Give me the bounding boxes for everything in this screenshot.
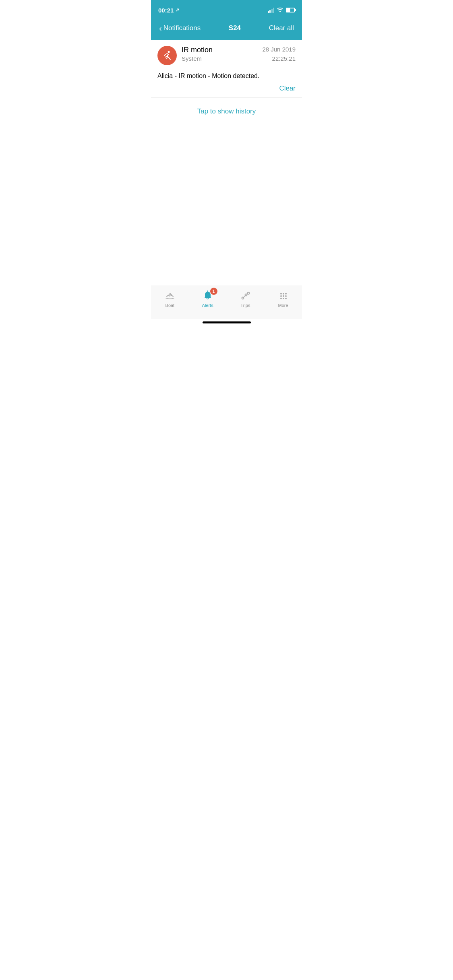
- wifi-icon: [277, 7, 283, 13]
- location-icon: ↗: [175, 7, 179, 13]
- svg-point-14: [285, 298, 287, 299]
- signal-icon: [268, 8, 275, 13]
- trips-icon: [240, 290, 251, 301]
- content-area: IR motion 28 Jun 2019 System 22:25:21 Al…: [151, 40, 302, 286]
- tab-alerts[interactable]: 1 Alerts: [189, 290, 227, 308]
- notification-time: 22:25:21: [272, 55, 296, 62]
- svg-point-0: [279, 11, 281, 12]
- tap-history-button[interactable]: Tap to show history: [197, 107, 256, 115]
- alerts-icon-wrap: 1: [202, 290, 213, 301]
- svg-point-1: [168, 51, 170, 53]
- tab-boat-label: Boat: [165, 303, 175, 308]
- more-icon-wrap: [277, 290, 289, 301]
- notification-icon: [157, 46, 177, 65]
- svg-point-11: [285, 295, 287, 297]
- home-indicator-bar: [203, 321, 251, 323]
- notification-subtitle-row: System 22:25:21: [182, 55, 296, 62]
- svg-point-10: [283, 295, 284, 297]
- svg-point-9: [280, 295, 282, 297]
- svg-point-12: [280, 298, 282, 299]
- notification-name: IR motion: [182, 46, 213, 54]
- tab-bar: Boat 1 Alerts Trips: [151, 286, 302, 319]
- nav-bar: ‹ Notifications S24 Clear all: [151, 18, 302, 40]
- svg-point-7: [283, 293, 284, 294]
- svg-point-13: [283, 298, 284, 299]
- notification-date: 28 Jun 2019: [262, 46, 296, 53]
- clear-button[interactable]: Clear: [279, 84, 296, 93]
- notification-message: Alicia - IR motion - Motion detected.: [157, 69, 296, 81]
- status-icons: [268, 7, 295, 13]
- battery-icon: [286, 8, 295, 12]
- notification-system: System: [182, 55, 202, 62]
- notification-card: IR motion 28 Jun 2019 System 22:25:21 Al…: [151, 40, 302, 98]
- svg-point-6: [280, 293, 282, 294]
- back-label: Notifications: [163, 24, 201, 32]
- tab-more-label: More: [278, 303, 288, 308]
- notification-actions: Clear: [157, 81, 296, 97]
- chevron-left-icon: ‹: [159, 24, 162, 32]
- trips-icon-wrap: [240, 290, 251, 301]
- svg-point-8: [285, 293, 287, 294]
- status-time: 00:21 ↗: [158, 7, 179, 14]
- clear-all-button[interactable]: Clear all: [269, 24, 294, 32]
- home-indicator: [151, 319, 302, 327]
- tab-trips[interactable]: Trips: [227, 290, 265, 308]
- notification-header: IR motion 28 Jun 2019 System 22:25:21: [157, 46, 296, 65]
- status-bar: 00:21 ↗: [151, 0, 302, 18]
- tap-history-section[interactable]: Tap to show history: [151, 98, 302, 125]
- alerts-badge: 1: [210, 288, 217, 295]
- notification-title-row: IR motion 28 Jun 2019: [182, 46, 296, 54]
- boat-icon-wrap: [164, 290, 176, 301]
- boat-icon: [164, 290, 176, 301]
- page-title: S24: [229, 24, 241, 32]
- back-button[interactable]: ‹ Notifications: [159, 24, 201, 32]
- time-label: 00:21: [158, 7, 174, 14]
- tab-trips-label: Trips: [240, 303, 250, 308]
- tab-boat[interactable]: Boat: [151, 290, 189, 308]
- tab-alerts-label: Alerts: [202, 303, 213, 308]
- tab-more[interactable]: More: [264, 290, 302, 308]
- more-icon: [277, 290, 289, 301]
- notification-info: IR motion 28 Jun 2019 System 22:25:21: [182, 46, 296, 62]
